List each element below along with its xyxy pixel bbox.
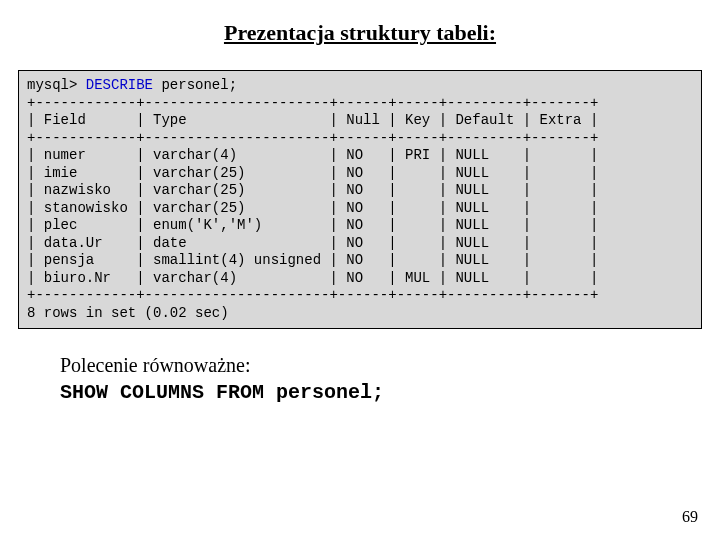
- table-row: | plec | enum('K','M') | NO | | NULL | |: [27, 217, 598, 233]
- page-title: Prezentacja struktury tabeli:: [0, 20, 720, 46]
- equivalent-block: Polecenie równoważne: SHOW COLUMNS FROM …: [60, 351, 720, 407]
- sql-keyword: DESCRIBE: [86, 77, 153, 93]
- terminal-output: mysql> DESCRIBE personel; +------------+…: [18, 70, 702, 329]
- table-row: | imie | varchar(25) | NO | | NULL | |: [27, 165, 598, 181]
- table-row: | pensja | smallint(4) unsigned | NO | |…: [27, 252, 598, 268]
- result-footer: 8 rows in set (0.02 sec): [27, 305, 229, 321]
- table-header-row: | Field | Type | Null | Key | Default | …: [27, 112, 598, 128]
- table-row: | nazwisko | varchar(25) | NO | | NULL |…: [27, 182, 598, 198]
- table-border: +------------+----------------------+---…: [27, 130, 598, 146]
- page-number: 69: [682, 508, 698, 526]
- table-row: | data.Ur | date | NO | | NULL | |: [27, 235, 598, 251]
- table-border: +------------+----------------------+---…: [27, 95, 598, 111]
- equivalent-command: SHOW COLUMNS FROM personel;: [60, 379, 720, 407]
- table-border: +------------+----------------------+---…: [27, 287, 598, 303]
- table-row: | biuro.Nr | varchar(4) | NO | MUL | NUL…: [27, 270, 598, 286]
- table-row: | stanowisko | varchar(25) | NO | | NULL…: [27, 200, 598, 216]
- table-row: | numer | varchar(4) | NO | PRI | NULL |…: [27, 147, 598, 163]
- equivalent-label: Polecenie równoważne:: [60, 351, 720, 379]
- prompt: mysql>: [27, 77, 86, 93]
- sql-tail: personel;: [153, 77, 237, 93]
